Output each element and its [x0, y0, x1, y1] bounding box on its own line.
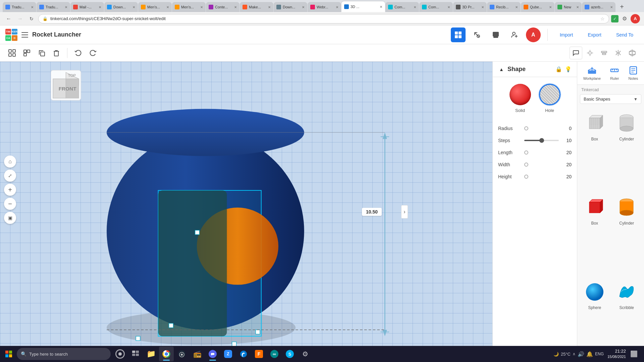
notification-button[interactable]: ⬜ — [628, 348, 640, 360]
star-icon[interactable]: ☆ — [600, 16, 605, 21]
grid-view-button[interactable]: ▣ — [4, 212, 16, 224]
send-to-button[interactable]: Send To — [611, 29, 639, 40]
tab-traduk[interactable]: Tradu... ✕ — [3, 2, 36, 12]
tinkercad-logo[interactable]: TIN KER CA D — [5, 29, 17, 41]
radius-input-dot[interactable] — [524, 126, 528, 130]
comment-tool[interactable] — [570, 47, 582, 59]
shape-bulb-button[interactable]: 💡 — [565, 66, 572, 72]
forward-button[interactable]: → — [15, 14, 25, 23]
shape-collapse-button[interactable]: ▲ — [498, 66, 505, 73]
tab-g[interactable]: azerb... ✕ — [582, 2, 615, 12]
length-input-dot[interactable] — [524, 150, 528, 155]
shape-item-cylinder-orange[interactable]: Cylinder — [612, 193, 642, 275]
battery-temp-icon[interactable]: 🌙 — [553, 352, 559, 357]
steps-slider[interactable] — [524, 140, 559, 141]
user-add-button[interactable] — [507, 27, 522, 42]
panel-collapse-right[interactable]: › — [401, 205, 408, 219]
taskbar-arduino[interactable]: ∞ — [267, 347, 282, 361]
tab-mens2[interactable]: Men's... ✕ — [172, 2, 206, 12]
redo-button[interactable] — [86, 46, 100, 60]
menu-icon[interactable] — [21, 32, 28, 38]
new-tab-button[interactable]: + — [617, 2, 627, 11]
taskbar-task-view[interactable] — [128, 347, 143, 361]
taskbar-edge[interactable] — [236, 347, 251, 361]
hole-label: Hole — [545, 108, 554, 113]
width-input-dot[interactable] — [524, 163, 528, 167]
tab-com[interactable]: Com... ✕ — [385, 2, 419, 12]
shape-item-cylinder-gray[interactable]: Cylinder — [612, 109, 642, 191]
tab-new-label: New — [564, 5, 575, 9]
taskbar-discord[interactable] — [205, 347, 220, 361]
tab-new[interactable]: New ✕ — [555, 2, 582, 12]
address-bar[interactable]: 🔒 tinkercad.com/things/cCE3HiNw2dO-super… — [38, 14, 609, 23]
tab-recib[interactable]: Recib... ✕ — [487, 2, 521, 12]
tab-webr[interactable]: Webr... ✕ — [308, 2, 341, 12]
svg-rect-100 — [136, 351, 139, 353]
shape-item-box-red[interactable]: Box — [580, 193, 609, 275]
fit-view-button[interactable]: ⤢ — [4, 170, 16, 182]
shape-lock-button[interactable]: 🔒 — [555, 66, 562, 72]
ungroup-button[interactable] — [20, 46, 34, 60]
tab-3dp[interactable]: 3D Pr... ✕ — [453, 2, 487, 12]
copy-button[interactable] — [35, 46, 48, 60]
extension-check[interactable]: ✓ — [611, 15, 619, 22]
align-tool[interactable] — [598, 47, 610, 59]
home-view-button[interactable]: ⌂ — [4, 156, 16, 168]
tab-traduk2[interactable]: Tradu... ✕ — [37, 2, 70, 12]
group-button[interactable] — [5, 46, 19, 60]
undo-button[interactable] — [71, 46, 85, 60]
reload-button[interactable]: ↻ — [27, 14, 36, 23]
view-grid-button[interactable] — [451, 27, 466, 42]
import-button[interactable]: Import — [554, 29, 579, 40]
hole-option[interactable]: Hole — [539, 84, 560, 113]
taskbar-settings[interactable]: ⚙ — [298, 347, 313, 361]
start-button[interactable] — [1, 347, 16, 361]
workplane-button[interactable]: Workplane — [581, 64, 603, 82]
viewport[interactable]: FRONT TOP 10.50 ⌂ ⤢ + − ▣ — [0, 62, 492, 362]
language-indicator[interactable]: ENG — [595, 352, 604, 356]
delete-button[interactable] — [50, 46, 63, 60]
taskbar-search[interactable]: 🔍 Type here to search — [17, 348, 111, 360]
tab-dow2[interactable]: Down... ✕ — [274, 2, 307, 12]
shapes-category-dropdown[interactable]: Basic Shapes ▼ — [580, 94, 641, 104]
zoom-in-button[interactable]: + — [4, 184, 16, 196]
tray-icons-area[interactable]: ∧ — [573, 352, 576, 356]
taskbar-zoom[interactable]: Z — [221, 347, 235, 361]
tab-qube[interactable]: Qube... ✕ — [521, 2, 554, 12]
mirror-tool[interactable] — [612, 47, 625, 59]
clock[interactable]: 21:22 15/08/2021 — [606, 348, 626, 360]
tab-mail[interactable]: Mail -... ✕ — [70, 2, 104, 12]
volume-icon[interactable]: 🔔 — [586, 351, 593, 357]
storage-button[interactable] — [488, 27, 503, 42]
taskbar-cortana[interactable] — [113, 347, 127, 361]
tab-mens[interactable]: Men's... ✕ — [138, 2, 172, 12]
tab-make[interactable]: Make... ✕ — [240, 2, 273, 12]
network-icon[interactable]: 🔊 — [578, 351, 584, 357]
taskbar-radio[interactable]: 📻 — [190, 347, 205, 361]
svg-rect-24 — [601, 51, 607, 53]
export-button[interactable]: Export — [582, 29, 606, 40]
taskbar-chrome[interactable] — [159, 347, 174, 361]
light-tool[interactable] — [584, 47, 596, 59]
svg-rect-14 — [24, 50, 26, 53]
taskbar-explorer[interactable]: 📁 — [144, 347, 158, 361]
taskbar-app9[interactable]: F — [252, 347, 266, 361]
back-button[interactable]: ← — [4, 14, 13, 23]
height-input-dot[interactable] — [524, 175, 528, 179]
solid-option[interactable]: Solid — [509, 84, 531, 113]
profile-avatar[interactable]: A — [631, 14, 640, 23]
zoom-out-button[interactable]: − — [4, 198, 16, 210]
tab-3d-active[interactable]: 3D ... ✕ — [341, 1, 385, 12]
notes-button[interactable]: Notes — [626, 64, 641, 82]
tab-cont[interactable]: Conte... ✕ — [206, 2, 239, 12]
settings-button[interactable]: ⚙ — [620, 14, 629, 23]
profile-button[interactable]: A — [526, 27, 541, 42]
tab-com2[interactable]: Com... ✕ — [419, 2, 453, 12]
tab-down[interactable]: Down... ✕ — [104, 2, 138, 12]
ruler-button[interactable]: Ruler — [607, 64, 622, 82]
view-box-tool[interactable] — [626, 47, 639, 59]
view-tool-button[interactable] — [470, 27, 484, 42]
taskbar-skype[interactable]: S — [282, 347, 297, 361]
shape-item-box-gray[interactable]: Box — [580, 109, 609, 191]
taskbar-steam[interactable] — [174, 347, 189, 361]
